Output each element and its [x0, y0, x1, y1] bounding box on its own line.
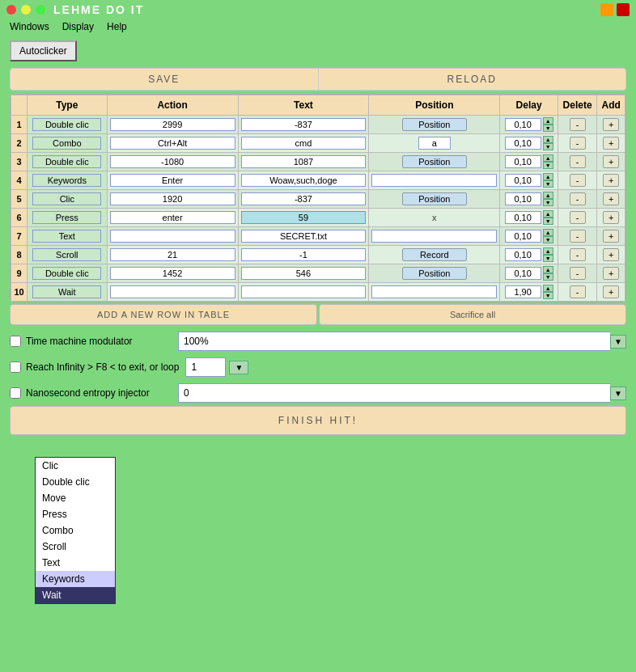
delay-down[interactable]: ▼	[543, 236, 553, 243]
reload-button[interactable]: RELOAD	[318, 69, 626, 90]
delay-up[interactable]: ▲	[543, 210, 553, 218]
dropdown-item-wait[interactable]: Wait	[36, 587, 115, 603]
delay-input[interactable]	[505, 248, 541, 261]
delete-button[interactable]: -	[570, 118, 586, 131]
text-input[interactable]	[241, 192, 367, 205]
action-input[interactable]	[110, 211, 235, 224]
reach-infinity-input[interactable]	[185, 357, 226, 377]
position-input[interactable]	[418, 137, 451, 150]
time-machine-input[interactable]	[178, 332, 610, 351]
add-new-row-button[interactable]: ADD A NEW ROW IN TABLE	[10, 304, 317, 325]
dropdown-item-clic[interactable]: Clic	[36, 458, 115, 474]
type-input[interactable]	[32, 192, 101, 205]
delay-input[interactable]	[505, 118, 541, 131]
position-input[interactable]	[371, 285, 497, 298]
menu-display[interactable]: Display	[62, 21, 94, 32]
add-button[interactable]: +	[603, 211, 619, 224]
delay-down[interactable]: ▼	[543, 255, 553, 262]
nanosecond-checkbox[interactable]	[10, 387, 21, 399]
type-input[interactable]	[32, 285, 101, 298]
delay-up[interactable]: ▲	[543, 136, 553, 143]
time-machine-arrow[interactable]: ▼	[610, 335, 626, 349]
text-input[interactable]	[241, 267, 367, 280]
dropdown-item-scroll[interactable]: Scroll	[36, 539, 115, 555]
delay-input[interactable]	[505, 137, 541, 150]
reach-infinity-arrow[interactable]: ▼	[229, 361, 248, 374]
menu-windows[interactable]: Windows	[10, 21, 49, 32]
action-input[interactable]	[110, 155, 235, 168]
type-input[interactable]	[32, 137, 101, 150]
action-input[interactable]	[110, 248, 235, 261]
type-input[interactable]	[32, 230, 101, 243]
type-input[interactable]	[32, 267, 101, 280]
delay-up[interactable]: ▲	[543, 229, 553, 236]
text-input[interactable]	[241, 174, 367, 187]
dropdown-item-keywords[interactable]: Keywords	[36, 571, 115, 587]
delete-button[interactable]: -	[570, 267, 586, 280]
delete-button[interactable]: -	[570, 174, 586, 187]
add-button[interactable]: +	[603, 267, 619, 280]
delay-down[interactable]: ▼	[543, 273, 553, 281]
add-button[interactable]: +	[603, 137, 619, 150]
action-input[interactable]	[110, 267, 235, 280]
delay-input[interactable]	[505, 155, 541, 168]
delete-button[interactable]: -	[570, 248, 586, 261]
delay-input[interactable]	[505, 192, 541, 205]
type-input[interactable]	[32, 248, 101, 261]
delete-button[interactable]: -	[570, 230, 586, 243]
delete-button[interactable]: -	[570, 137, 586, 150]
delay-down[interactable]: ▼	[543, 180, 553, 188]
text-input[interactable]	[241, 155, 367, 168]
time-machine-checkbox[interactable]	[10, 336, 21, 347]
delay-up[interactable]: ▲	[543, 117, 553, 125]
delay-down[interactable]: ▼	[543, 218, 553, 225]
delay-down[interactable]: ▼	[543, 162, 553, 169]
delay-up[interactable]: ▲	[543, 285, 553, 292]
delay-down[interactable]: ▼	[543, 199, 553, 206]
type-dropdown[interactable]: ClicDouble clicMovePressComboScrollTextK…	[35, 457, 116, 604]
action-input[interactable]	[110, 118, 235, 131]
add-button[interactable]: +	[603, 118, 619, 131]
delay-input[interactable]	[505, 230, 541, 243]
delete-button[interactable]: -	[570, 155, 586, 168]
delete-button[interactable]: -	[570, 192, 586, 205]
delay-input[interactable]	[505, 285, 541, 298]
action-input[interactable]	[110, 174, 235, 187]
type-input[interactable]	[32, 174, 101, 187]
delay-down[interactable]: ▼	[543, 125, 553, 132]
text-input[interactable]	[241, 230, 367, 243]
delay-up[interactable]: ▲	[543, 192, 553, 199]
action-input[interactable]	[110, 192, 235, 205]
nanosecond-input[interactable]	[178, 383, 610, 403]
delay-down[interactable]: ▼	[543, 292, 553, 299]
text-input[interactable]	[241, 118, 367, 131]
delay-up[interactable]: ▲	[543, 266, 553, 273]
dropdown-item-text[interactable]: Text	[36, 555, 115, 571]
dropdown-item-move[interactable]: Move	[36, 490, 115, 506]
delay-input[interactable]	[505, 267, 541, 280]
delay-up[interactable]: ▲	[543, 173, 553, 180]
reach-infinity-checkbox[interactable]	[10, 361, 21, 373]
add-button[interactable]: +	[603, 174, 619, 187]
text-input[interactable]	[241, 248, 367, 261]
red-btn[interactable]	[617, 3, 630, 16]
menu-help[interactable]: Help	[107, 21, 127, 32]
delay-up[interactable]: ▲	[543, 154, 553, 162]
nanosecond-arrow[interactable]: ▼	[610, 387, 626, 400]
orange-btn[interactable]	[600, 3, 613, 16]
close-dot[interactable]	[6, 5, 16, 15]
position-input[interactable]	[371, 230, 497, 243]
position-input[interactable]	[371, 174, 497, 187]
action-input[interactable]	[110, 137, 235, 150]
autoclicker-button[interactable]: Autoclicker	[10, 40, 77, 61]
delete-button[interactable]: -	[570, 211, 586, 224]
add-button[interactable]: +	[603, 155, 619, 168]
text-input[interactable]	[241, 137, 367, 150]
type-input[interactable]	[32, 211, 101, 224]
type-input[interactable]	[32, 118, 101, 131]
minimize-dot[interactable]	[21, 5, 31, 15]
delete-button[interactable]: -	[570, 285, 586, 298]
add-button[interactable]: +	[603, 285, 619, 298]
action-input[interactable]	[110, 285, 235, 298]
add-button[interactable]: +	[603, 248, 619, 261]
